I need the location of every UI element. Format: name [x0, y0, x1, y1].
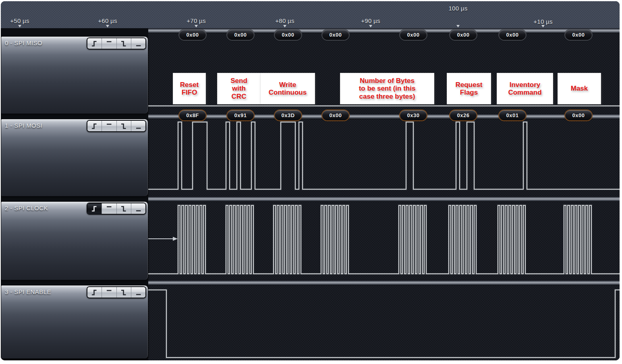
timeline-label: +80 µs [267, 17, 303, 24]
tick-marker-icon [369, 25, 372, 27]
high-level-icon [105, 39, 113, 48]
miso-byte-bubble: 0x00 [499, 30, 526, 40]
mosi-byte-bubble: 0x8F [179, 110, 206, 120]
trigger-button-falling-edge[interactable] [117, 203, 131, 214]
trigger-button-falling-edge[interactable] [117, 121, 131, 131]
channel-name-label: 0 - SPI MISO [5, 39, 42, 46]
trigger-button-high-level[interactable] [102, 203, 116, 214]
capture-panel: +50 µs+60 µs+70 µs+80 µs+90 µs100 µs+10 … [1, 1, 620, 360]
channel-label-panel[interactable]: 0 - SPI MISO [1, 36, 148, 114]
trigger-arrow-icon [148, 237, 178, 241]
timeline-ruler[interactable]: +50 µs+60 µs+70 µs+80 µs+90 µs100 µs+10 … [1, 1, 620, 28]
annotation-box: Request Flags [447, 73, 491, 104]
mosi-byte-bubble: 0x00 [565, 110, 592, 120]
enable-waveform[interactable] [148, 280, 620, 360]
trigger-button-high-level[interactable] [102, 38, 116, 49]
mosi-byte-bubble: 0x26 [450, 110, 477, 120]
rising-edge-icon [90, 288, 99, 297]
trigger-button-high-level[interactable] [102, 287, 116, 298]
trigger-button-falling-edge[interactable] [117, 287, 131, 298]
high-level-icon [105, 288, 113, 297]
timeline-label: +60 µs [89, 17, 126, 24]
annotation-box: Number of Bytes to be sent (in this case… [340, 73, 434, 104]
tick-marker-icon [18, 25, 21, 27]
low-level-icon [134, 39, 143, 48]
rising-edge-icon [90, 205, 99, 213]
trigger-button-low-level[interactable] [131, 203, 145, 214]
trigger-button-high-level[interactable] [102, 121, 116, 131]
tick-marker-icon [106, 25, 109, 27]
trigger-button-low-level[interactable] [131, 121, 145, 131]
mosi-byte-bubble: 0x00 [322, 110, 349, 120]
trigger-button-group [87, 120, 146, 132]
logic-analyzer-window: +50 µs+60 µs+70 µs+80 µs+90 µs100 µs+10 … [0, 0, 622, 364]
low-level-icon [134, 288, 143, 297]
channel-label-panel[interactable]: 3 - SPI ENABLE [1, 285, 148, 359]
falling-edge-icon [120, 205, 128, 213]
channel-label-panel[interactable]: 1 - SPI MOSI [1, 119, 148, 196]
trigger-button-group [87, 286, 146, 298]
trigger-button-rising-edge[interactable] [87, 203, 102, 214]
channel-name-label: 1 - SPI MOSI [5, 122, 42, 129]
falling-edge-icon [120, 39, 128, 48]
trigger-button-rising-edge[interactable] [87, 38, 102, 49]
timeline-label: +70 µs [178, 17, 214, 24]
trigger-button-rising-edge[interactable] [87, 121, 102, 131]
annotation-box: Mask [558, 73, 601, 104]
trigger-button-falling-edge[interactable] [117, 38, 131, 49]
mosi-byte-bubble: 0x91 [227, 110, 254, 120]
trigger-button-group [87, 203, 146, 215]
rising-edge-icon [90, 39, 99, 48]
mosi-waveform[interactable] [148, 114, 620, 196]
miso-byte-bubble: 0x00 [565, 30, 592, 40]
timeline-label: +50 µs [2, 17, 38, 24]
high-level-icon [105, 205, 113, 213]
tick-marker-icon [195, 25, 198, 27]
channel-name-label: 3 - SPI ENABLE [5, 288, 51, 295]
tick-marker-icon [283, 25, 286, 27]
miso-byte-bubble: 0x00 [179, 30, 206, 40]
low-level-icon [134, 122, 143, 130]
tick-marker-icon [456, 25, 460, 27]
timeline-label: +90 µs [352, 17, 389, 24]
timeline-label: +10 µs [525, 18, 561, 25]
trigger-button-group [87, 37, 146, 50]
clock-waveform[interactable] [148, 196, 620, 280]
miso-byte-bubble: 0x00 [227, 30, 254, 40]
annotation-box: Write Continuous [261, 73, 315, 104]
low-level-icon [134, 205, 143, 213]
channel-label-panel[interactable]: 2 - SPI CLOCK [1, 201, 148, 280]
mosi-byte-bubble: 0x01 [499, 110, 526, 120]
miso-byte-bubble: 0x00 [275, 30, 301, 40]
miso-byte-bubble: 0x00 [400, 30, 427, 40]
mosi-byte-bubble: 0x30 [400, 110, 427, 120]
channel-name-label: 2 - SPI CLOCK [5, 205, 48, 211]
miso-byte-bubble: 0x00 [450, 30, 477, 40]
trigger-button-low-level[interactable] [131, 287, 145, 298]
high-level-icon [105, 122, 113, 130]
tick-marker-icon [541, 25, 545, 27]
annotation-box: Send with CRC [218, 73, 260, 104]
falling-edge-icon [120, 288, 128, 297]
timeline-label: 100 µs [440, 5, 476, 12]
falling-edge-icon [120, 122, 128, 130]
trigger-button-rising-edge[interactable] [87, 287, 102, 298]
annotation-box: Inventory Command [497, 73, 553, 104]
rising-edge-icon [90, 122, 99, 130]
miso-byte-bubble: 0x00 [322, 30, 349, 40]
trigger-button-low-level[interactable] [131, 38, 145, 49]
mosi-byte-bubble: 0x3D [275, 110, 301, 120]
annotation-box: Reset FIFO [173, 73, 205, 104]
